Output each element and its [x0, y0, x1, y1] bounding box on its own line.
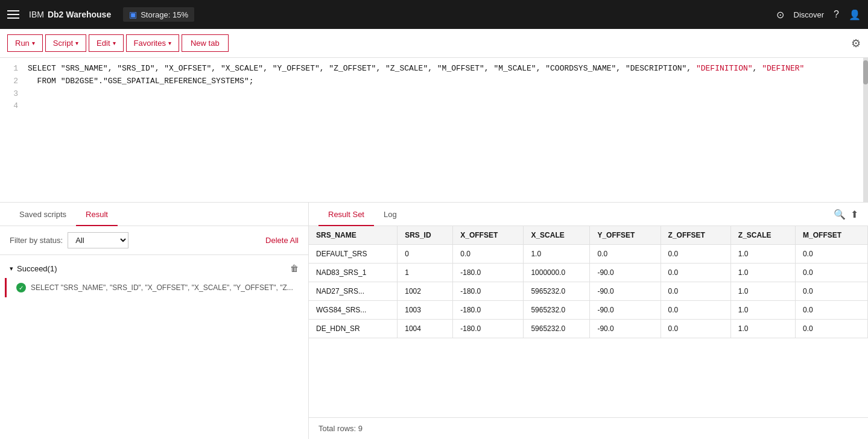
table-cell: 0.0: [796, 320, 868, 338]
table-row: NAD83_SRS_11-180.01000000.0-90.00.01.00.…: [309, 264, 868, 282]
filter-by-status-label: Filter by status:: [10, 236, 63, 245]
table-cell: 0.0: [453, 245, 524, 264]
table-cell: 1.0: [730, 301, 795, 320]
table-cell: 1004: [398, 320, 453, 338]
table-cell: -90.0: [590, 301, 661, 320]
edit-button[interactable]: Edit ▾: [89, 34, 123, 52]
result-set-label: Result Set: [328, 210, 364, 219]
run-chevron-icon: ▾: [32, 40, 35, 46]
table-row: DEFAULT_SRS00.01.00.00.01.00.0: [309, 245, 868, 264]
line-number-1: 1: [6, 63, 18, 75]
table-cell: 0.0: [661, 245, 730, 264]
right-panel: Result Set Log 🔍 ⬆ SRS_NAME SRS_ID: [309, 203, 868, 439]
table-cell: 1.0: [730, 264, 795, 282]
table-cell: 0.0: [796, 282, 868, 301]
tab-log[interactable]: Log: [374, 203, 407, 226]
help-icon-btn[interactable]: ?: [834, 9, 839, 20]
code-editor[interactable]: SELECT "SRS_NAME", "SRS_ID", "X_OFFSET",…: [22, 58, 868, 202]
table-header: SRS_NAME SRS_ID X_OFFSET X_SCALE Y_OFFSE…: [309, 226, 868, 245]
run-button[interactable]: Run ▾: [7, 34, 43, 52]
brand: IBM Db2 Warehouse: [29, 10, 111, 19]
col-header-x-offset: X_OFFSET: [453, 226, 524, 245]
col-header-m-offset: M_OFFSET: [796, 226, 868, 245]
table-cell: 1.0: [730, 320, 795, 338]
table-cell: -180.0: [453, 282, 524, 301]
succeed-label: Succeed(1): [17, 264, 57, 273]
table-cell: 0: [398, 245, 453, 264]
toolbar: Run ▾ Script ▾ Edit ▾ Favorites ▾ New ta…: [0, 29, 868, 58]
table-cell: 1002: [398, 282, 453, 301]
new-tab-button[interactable]: New tab: [182, 34, 229, 52]
settings-button[interactable]: ⚙: [851, 37, 861, 50]
export-icon: ⬆: [851, 209, 858, 220]
storage-icon: ▣: [129, 10, 137, 19]
settings-icon: ⚙: [851, 37, 861, 49]
delete-all-button[interactable]: Delete All: [265, 236, 299, 245]
table-cell: -90.0: [590, 282, 661, 301]
table-cell: NAD83_SRS_1: [309, 264, 398, 282]
line-numbers: 1 2 3 4: [0, 58, 22, 202]
filter-status-select[interactable]: All Succeed Failed: [68, 232, 128, 248]
location-icon-btn[interactable]: ⊙: [776, 9, 784, 21]
table-cell: 1.0: [730, 245, 795, 264]
table-cell: 0.0: [661, 264, 730, 282]
favorites-button[interactable]: Favorites ▾: [126, 34, 179, 52]
trash-icon[interactable]: 🗑: [290, 264, 299, 273]
col-header-y-offset: Y_OFFSET: [590, 226, 661, 245]
editor-area: 1 2 3 4 SELECT "SRS_NAME", "SRS_ID", "X_…: [0, 58, 868, 203]
table-cell: 0.0: [661, 301, 730, 320]
table-cell: 5965232.0: [524, 320, 590, 338]
top-navigation: IBM Db2 Warehouse ▣ Storage: 15% ⊙ Disco…: [0, 0, 868, 29]
edit-chevron-icon: ▾: [113, 40, 116, 46]
user-icon-btn[interactable]: 👤: [849, 9, 861, 21]
total-rows-label: Total rows: 9: [318, 424, 363, 433]
result-item-text: SELECT "SRS_NAME", "SRS_ID", "X_OFFSET",…: [31, 283, 294, 292]
success-dot-icon: ✓: [16, 283, 26, 292]
discover-label: Discover: [794, 10, 825, 19]
table-cell: 1000000.0: [524, 264, 590, 282]
result-item[interactable]: ✓ SELECT "SRS_NAME", "SRS_ID", "X_OFFSET…: [5, 278, 303, 297]
table-cell: 0.0: [796, 245, 868, 264]
table-cell: DEFAULT_SRS: [309, 245, 398, 264]
table-cell: NAD27_SRS...: [309, 282, 398, 301]
table-row: WGS84_SRS...1003-180.05965232.0-90.00.01…: [309, 301, 868, 320]
tab-result[interactable]: Result: [76, 203, 118, 226]
export-result-button[interactable]: ⬆: [851, 209, 858, 220]
col-header-z-offset: Z_OFFSET: [661, 226, 730, 245]
result-table-wrapper[interactable]: SRS_NAME SRS_ID X_OFFSET X_SCALE Y_OFFSE…: [309, 226, 868, 417]
succeed-header: ▾ Succeed(1) 🗑: [0, 260, 308, 277]
col-header-z-scale: Z_SCALE: [730, 226, 795, 245]
script-chevron-icon: ▾: [75, 40, 78, 46]
hamburger-icon[interactable]: [7, 10, 19, 19]
table-cell: 5965232.0: [524, 282, 590, 301]
search-result-button[interactable]: 🔍: [834, 209, 846, 220]
table-cell: -90.0: [590, 264, 661, 282]
succeed-chevron-icon: ▾: [10, 265, 13, 273]
location-icon: ⊙: [776, 9, 784, 21]
saved-scripts-label: Saved scripts: [19, 210, 66, 219]
table-cell: 0.0: [661, 282, 730, 301]
tab-saved-scripts[interactable]: Saved scripts: [10, 203, 76, 226]
discover-btn[interactable]: Discover: [794, 10, 825, 19]
table-cell: 0.0: [796, 301, 868, 320]
line-number-2: 2: [6, 75, 18, 88]
result-tabs-row: Result Set Log 🔍 ⬆: [309, 203, 868, 226]
col-header-srs-name: SRS_NAME: [309, 226, 398, 245]
log-label: Log: [384, 210, 397, 219]
table-cell: 1: [398, 264, 453, 282]
filter-row: Filter by status: All Succeed Failed Del…: [0, 226, 308, 255]
storage-label: Storage: 15%: [141, 10, 188, 19]
total-rows: Total rows: 9: [309, 417, 868, 439]
favorites-label: Favorites: [134, 39, 166, 48]
script-button[interactable]: Script ▾: [45, 34, 86, 52]
editor-scrollbar[interactable]: [863, 58, 868, 202]
table-row: NAD27_SRS...1002-180.05965232.0-90.00.01…: [309, 282, 868, 301]
user-icon: 👤: [849, 9, 861, 21]
table-cell: 1003: [398, 301, 453, 320]
line-number-3: 3: [6, 88, 18, 101]
table-cell: 0.0: [661, 320, 730, 338]
tab-result-set[interactable]: Result Set: [318, 203, 374, 226]
table-cell: -180.0: [453, 301, 524, 320]
script-label: Script: [53, 39, 73, 48]
table-cell: 1.0: [730, 282, 795, 301]
